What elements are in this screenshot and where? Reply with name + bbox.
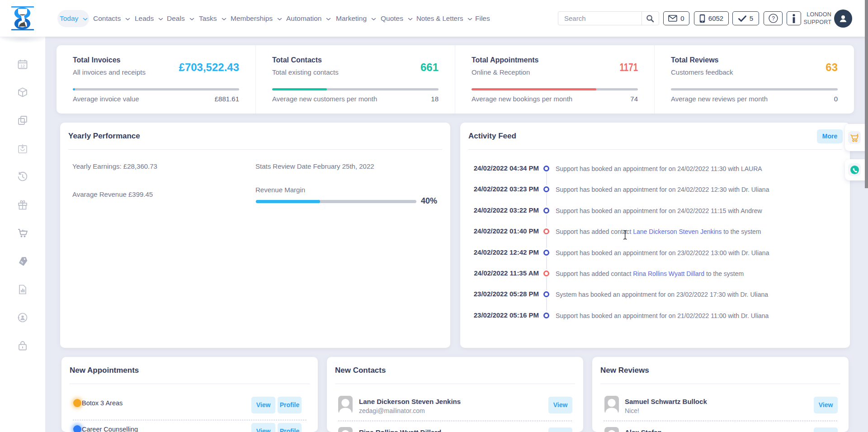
svg-text:12: 12 bbox=[20, 64, 25, 68]
svg-text:?: ? bbox=[772, 15, 775, 22]
